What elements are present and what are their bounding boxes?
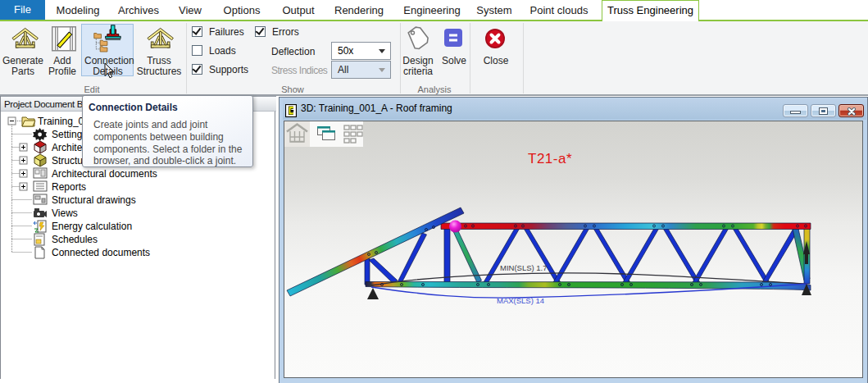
svg-text:MAX(SLS) 14: MAX(SLS) 14 bbox=[497, 296, 544, 305]
svg-text:MIN(SLS) 1.7: MIN(SLS) 1.7 bbox=[500, 263, 548, 272]
svg-text:Schedules: Schedules bbox=[52, 234, 98, 245]
svg-text:Structu: Structu bbox=[52, 155, 83, 166]
svg-text:Energy calculation: Energy calculation bbox=[52, 221, 132, 232]
svg-text:Reports: Reports bbox=[52, 181, 86, 193]
svg-text:Architectural documents: Architectural documents bbox=[52, 168, 157, 180]
svg-text:Archite: Archite bbox=[52, 142, 83, 153]
svg-text:Views: Views bbox=[52, 207, 78, 219]
svg-text:Structural drawings: Structural drawings bbox=[52, 194, 136, 206]
svg-text:Connected documents: Connected documents bbox=[52, 247, 150, 258]
